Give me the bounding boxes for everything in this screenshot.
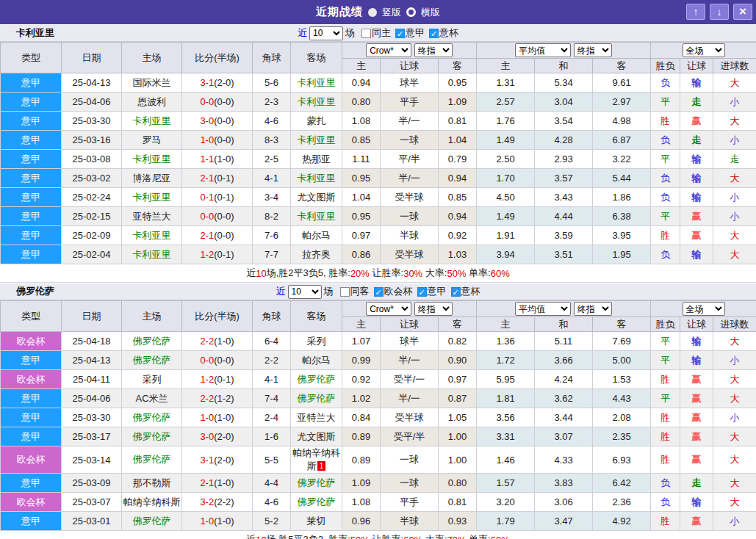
fulltime-score: 1-1	[200, 153, 214, 164]
match-date: 25-03-16	[62, 131, 122, 150]
away-team-cell: 帕尔马	[291, 226, 342, 245]
checkbox-label: 意杯	[439, 26, 458, 40]
col-result: 胜负	[651, 59, 680, 73]
checked-checkbox[interactable]: ✓	[395, 29, 405, 38]
odds-handicap: 球半	[381, 73, 439, 93]
match-count-select[interactable]: 10	[288, 285, 322, 299]
fulltime-score: 2-2	[200, 336, 214, 347]
final-odds-select[interactable]: 终指	[414, 302, 453, 316]
odds-home: 0.97	[342, 226, 381, 245]
checked-checkbox[interactable]: ✓	[417, 287, 427, 297]
avg-away: 2.36	[593, 493, 651, 512]
vertical-layout-radio[interactable]	[368, 8, 377, 17]
move-up-button[interactable]: ↑	[686, 4, 705, 20]
avg-draw: 5.11	[535, 332, 593, 351]
home-team-cell: 佛罗伦萨	[122, 351, 182, 370]
away-team-cell: 尤文图斯	[291, 188, 342, 207]
odds-handicap: 受半球	[381, 245, 439, 264]
filter-controls: 近 10 场 同客✓欧会杯✓意甲✓意杯	[276, 285, 480, 299]
avg-away: 3.95	[593, 226, 651, 245]
col-result: 胜负	[651, 317, 680, 332]
avg-away: 4.43	[593, 389, 651, 408]
avg-home: 3.20	[477, 493, 535, 512]
move-down-button[interactable]: ↓	[710, 4, 729, 20]
match-date: 25-04-13	[62, 351, 122, 370]
checked-checkbox[interactable]: ✓	[374, 287, 384, 297]
average-select[interactable]: 平均值	[515, 43, 571, 57]
scope-select[interactable]: 全场	[683, 43, 725, 57]
halftime-score: (0-1)	[214, 249, 234, 260]
home-team: 罗马	[143, 134, 162, 145]
league-badge: 欧会杯	[1, 332, 62, 351]
halftime-score: (0-1)	[214, 173, 234, 184]
match-count-select[interactable]: 10	[309, 26, 343, 40]
home-team-cell: 罗马	[122, 131, 182, 150]
fulltime-score: 1-0	[200, 516, 214, 527]
odds-away: 0.79	[439, 150, 477, 169]
bookmaker-select[interactable]: Crow*	[366, 43, 411, 57]
summary-segment: 50%	[447, 268, 466, 279]
result-goals: 大	[713, 112, 756, 131]
result-outcome: 平	[651, 207, 680, 226]
checked-checkbox[interactable]: ✓	[451, 287, 461, 297]
average-group-header: 平均值 终指	[477, 43, 651, 59]
horizontal-layout-radio[interactable]	[406, 7, 416, 17]
league-badge: 意甲	[1, 245, 62, 264]
home-team-cell: 帕纳辛纳科斯	[122, 493, 182, 512]
average-final-select[interactable]: 终指	[574, 302, 612, 316]
match-date: 25-03-14	[62, 446, 122, 474]
away-team-cell: 卡利亚里	[291, 131, 342, 150]
unchecked-checkbox[interactable]	[340, 287, 350, 297]
match-date: 25-02-15	[62, 207, 122, 226]
avg-home: 1.79	[477, 512, 535, 531]
result-outcome: 胜	[651, 408, 680, 427]
home-team-cell: 国际米兰	[122, 73, 182, 93]
average-final-select[interactable]: 终指	[574, 43, 612, 57]
checkbox-label: 欧会杯	[384, 285, 413, 298]
vertical-layout-label: 竖版	[382, 6, 401, 19]
unchecked-checkbox[interactable]	[361, 29, 371, 38]
odds-handicap: 受半球	[381, 188, 439, 207]
match-row: 意甲25-03-09那不勒斯2-1(1-0)4-4佛罗伦萨1.09一球0.801…	[1, 474, 756, 493]
avg-draw: 3.83	[535, 474, 593, 493]
close-button[interactable]: ×	[733, 4, 752, 20]
final-odds-select[interactable]: 终指	[414, 43, 453, 57]
result-outcome: 负	[651, 169, 680, 188]
avg-draw: 3.59	[535, 226, 593, 245]
summary-line: 近10场,胜5平3负2, 胜率:50% 让胜率:60% 大率:70% 单率:60…	[0, 531, 756, 539]
avg-draw: 3.04	[535, 93, 593, 112]
odds-handicap: 受平/半	[381, 427, 439, 446]
odds-home: 0.95	[342, 169, 381, 188]
league-badge: 意甲	[1, 226, 62, 245]
near-link[interactable]: 近	[298, 26, 307, 40]
col-date: 日期	[62, 301, 122, 332]
avg-home: 1.76	[477, 112, 535, 131]
score-cell: 3-0(2-0)	[182, 427, 253, 446]
summary-segment: 场,胜2平3负5, 胜率:	[267, 267, 350, 280]
match-date: 25-02-04	[62, 245, 122, 264]
col-goals-result: 进球数	[713, 317, 756, 332]
avg-away: 1.95	[593, 245, 651, 264]
avg-away: 1.53	[593, 370, 651, 389]
score-cell: 0-0(0-0)	[182, 93, 253, 112]
fulltime-score: 3-1	[200, 77, 214, 88]
home-team: 佛罗伦萨	[133, 516, 171, 527]
corner-score: 4-1	[253, 370, 291, 389]
average-select[interactable]: 平均值	[515, 302, 571, 316]
home-team-cell: 采列	[122, 370, 182, 389]
team-name: 佛罗伦萨	[16, 285, 54, 298]
league-badge: 欧会杯	[1, 370, 62, 389]
odds-home: 1.08	[342, 112, 381, 131]
halftime-score: (1-0)	[214, 153, 234, 164]
match-row: 意甲25-02-04卡利亚里1-2(0-1)7-7拉齐奥0.86受半球1.033…	[1, 245, 756, 264]
near-link[interactable]: 近	[276, 285, 286, 298]
match-date: 25-04-13	[62, 73, 122, 93]
checked-checkbox[interactable]: ✓	[429, 29, 439, 38]
halftime-score: (2-0)	[214, 455, 234, 466]
corner-score: 5-5	[253, 446, 291, 474]
title-bar: 近期战绩 竖版 横版 ↑ ↓ ×	[0, 0, 756, 24]
away-team-cell: 佛罗伦萨	[291, 474, 342, 493]
home-team-cell: 佛罗伦萨	[122, 427, 182, 446]
bookmaker-select[interactable]: Crow*	[366, 302, 411, 316]
scope-select[interactable]: 全场	[683, 302, 725, 316]
